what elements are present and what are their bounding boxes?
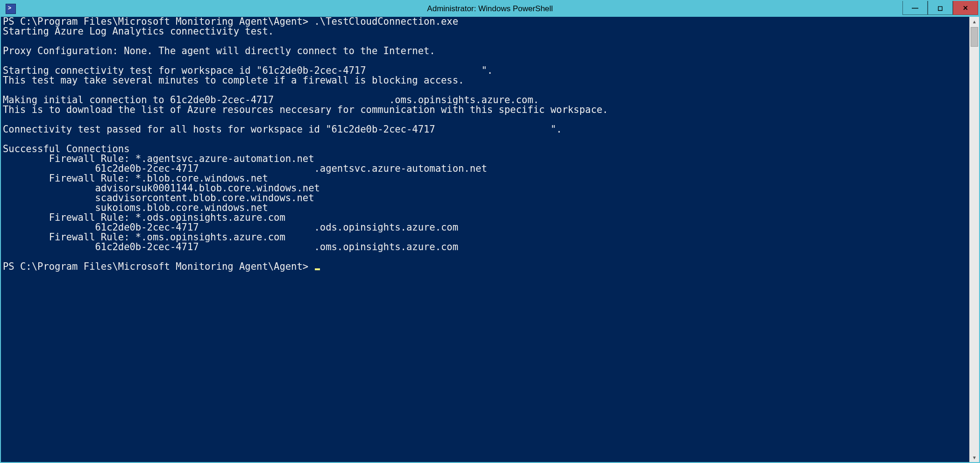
console-output[interactable]: PS C:\Program Files\Microsoft Monitoring… [1, 17, 969, 462]
output-line: 61c2de0b-2cec-4717 .oms.opinsights.azure… [3, 241, 458, 253]
output-line: Starting Azure Log Analytics connectivit… [3, 26, 274, 37]
powershell-window: Administrator: Windows PowerShell — ◻ ✕ … [0, 0, 980, 463]
maximize-icon: ◻ [937, 4, 943, 12]
maximize-button[interactable]: ◻ [928, 1, 953, 15]
vertical-scrollbar[interactable]: ▲ ▼ [969, 17, 979, 462]
cursor-icon [315, 268, 320, 270]
scroll-down-arrow-icon[interactable]: ▼ [970, 453, 979, 462]
window-controls: — ◻ ✕ [902, 1, 979, 17]
powershell-icon [6, 4, 16, 14]
close-button[interactable]: ✕ [953, 1, 978, 15]
output-line: Connectivity test passed for all hosts f… [3, 124, 562, 135]
close-icon: ✕ [963, 4, 968, 12]
output-line: Proxy Configuration: None. The agent wil… [3, 45, 435, 56]
window-title: Administrator: Windows PowerShell [1, 4, 979, 14]
output-line: This test may take several minutes to co… [3, 75, 464, 86]
output-line: This is to download the list of Azure re… [3, 104, 608, 115]
scroll-up-arrow-icon[interactable]: ▲ [970, 17, 979, 26]
minimize-button[interactable]: — [902, 1, 928, 15]
client-area: PS C:\Program Files\Microsoft Monitoring… [1, 17, 979, 462]
titlebar[interactable]: Administrator: Windows PowerShell — ◻ ✕ [1, 1, 979, 17]
scroll-thumb[interactable] [971, 27, 978, 47]
minimize-icon: — [912, 4, 918, 12]
prompt-line: PS C:\Program Files\Microsoft Monitoring… [3, 261, 314, 272]
